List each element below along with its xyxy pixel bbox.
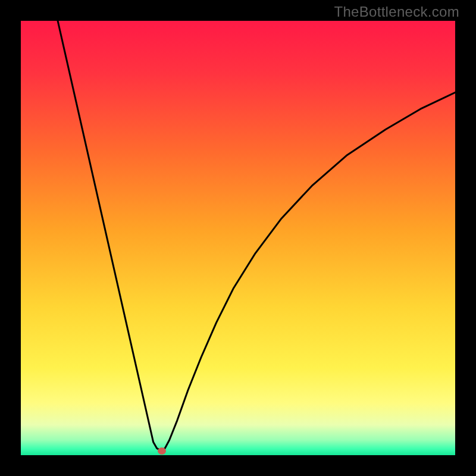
plot-area [21,21,455,455]
bottleneck-curve [21,21,455,455]
watermark-text: TheBottleneck.com [334,4,459,20]
optimum-marker [158,447,166,455]
chart-frame: TheBottleneck.com [0,0,476,476]
